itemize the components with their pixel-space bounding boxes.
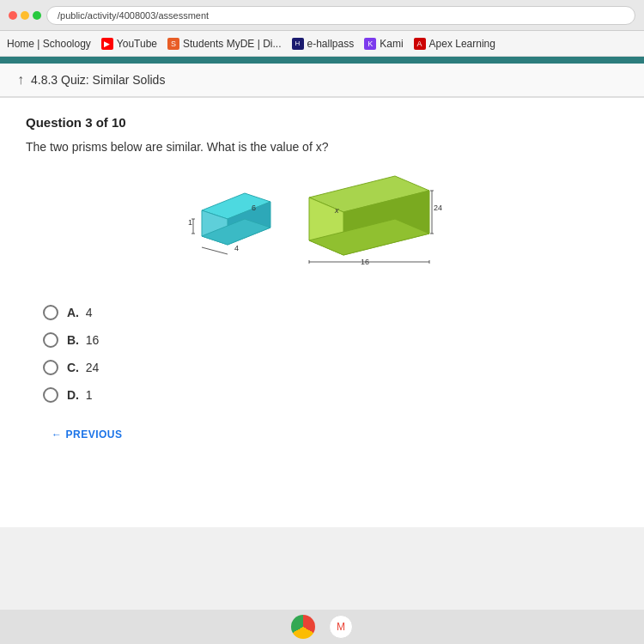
gmail-taskbar-icon[interactable]: M <box>329 615 353 639</box>
myde-icon: S <box>167 38 179 50</box>
answer-c-label: C. 24 <box>67 361 99 374</box>
back-icon[interactable]: ↑ <box>17 72 24 88</box>
bookmark-ehallpass[interactable]: H e-hallpass <box>292 38 355 50</box>
svg-text:1: 1 <box>188 218 192 227</box>
url-bar[interactable]: /public/activity/4008003/assessment <box>46 6 635 25</box>
bookmarks-bar: Home | Schoology ▶ YouTube S Students My… <box>0 31 644 57</box>
answer-option-d[interactable]: D. 1 <box>43 387 601 403</box>
nav-buttons: ← PREVIOUS <box>26 411 618 458</box>
answer-option-c[interactable]: C. 24 <box>43 360 601 375</box>
prisms-illustration: 1 4 6 24 16 x <box>26 167 618 279</box>
svg-line-9 <box>202 247 228 254</box>
answer-d-label: D. 1 <box>67 388 93 402</box>
bookmark-apex[interactable]: A Apex Learning <box>414 38 495 50</box>
prev-label: PREVIOUS <box>66 428 123 440</box>
youtube-icon: ▶ <box>101 38 113 50</box>
bookmark-home-schoology[interactable]: Home | Schoology <box>7 38 91 50</box>
previous-button[interactable]: ← PREVIOUS <box>52 428 123 440</box>
gmail-icon-letter: M <box>337 621 345 633</box>
maximize-button[interactable] <box>33 11 41 20</box>
chrome-taskbar-icon[interactable] <box>291 615 315 639</box>
svg-text:6: 6 <box>252 204 256 212</box>
apex-label: Apex Learning <box>429 38 495 50</box>
bookmark-kami[interactable]: K Kami <box>364 38 403 50</box>
svg-text:x: x <box>334 206 339 215</box>
answer-option-a[interactable]: A. 4 <box>43 305 601 320</box>
question-text: The two prisms below are similar. What i… <box>26 140 618 154</box>
ehallpass-icon: H <box>292 38 304 50</box>
answer-option-b[interactable]: B. 16 <box>43 332 601 348</box>
quiz-title: 4.8.3 Quiz: Similar Solids <box>31 73 165 87</box>
main-content: Question 3 of 10 The two prisms below ar… <box>0 98 644 527</box>
question-header: Question 3 of 10 <box>26 115 618 130</box>
svg-text:4: 4 <box>234 244 239 252</box>
answer-a-label: A. 4 <box>67 306 93 319</box>
ehallpass-label: e-hallpass <box>307 38 355 50</box>
answer-choices: A. 4 B. 16 C. 24 D. 1 <box>26 296 618 411</box>
youtube-label: YouTube <box>117 38 157 50</box>
close-button[interactable] <box>9 11 17 20</box>
browser-top-bar: /public/activity/4008003/assessment <box>0 0 644 31</box>
radio-c[interactable] <box>43 360 58 375</box>
teal-accent-bar <box>0 57 644 64</box>
bottom-taskbar: M <box>0 610 644 644</box>
prisms-svg: 1 4 6 24 16 x <box>176 172 468 275</box>
answer-b-label: B. 16 <box>67 333 99 347</box>
kami-label: Kami <box>380 38 403 50</box>
bookmark-myde[interactable]: S Students MyDE | Di... <box>167 38 282 50</box>
bookmark-youtube[interactable]: ▶ YouTube <box>101 38 157 50</box>
prev-arrow-icon: ← <box>52 428 63 440</box>
apex-icon: A <box>414 38 426 50</box>
home-schoology-label: Home | Schoology <box>7 38 91 50</box>
myde-label: Students MyDE | Di... <box>183 38 282 50</box>
radio-d[interactable] <box>43 387 58 403</box>
window-controls <box>9 11 41 20</box>
url-text: /public/activity/4008003/assessment <box>58 10 209 21</box>
svg-text:24: 24 <box>434 204 442 212</box>
kami-icon: K <box>364 38 376 50</box>
quiz-header: ↑ 4.8.3 Quiz: Similar Solids <box>0 64 644 97</box>
radio-a[interactable] <box>43 305 58 320</box>
radio-b[interactable] <box>43 332 58 348</box>
minimize-button[interactable] <box>21 11 29 20</box>
